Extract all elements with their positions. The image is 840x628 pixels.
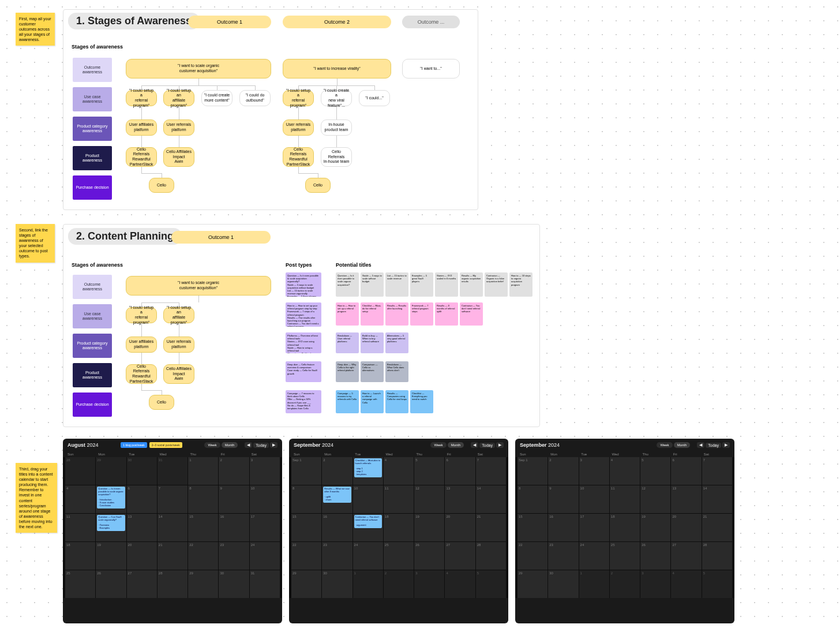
calendar-cell[interactable]: 10 [353, 485, 383, 513]
post-type-r2[interactable]: How to — How to set up your referral pro… [286, 302, 321, 327]
view-month[interactable]: Month [222, 442, 238, 448]
s2-uc-1[interactable]: "I could setup anaffiliate program" [163, 307, 194, 323]
calendar-cell[interactable]: 14 [702, 485, 732, 513]
calendar-cell[interactable]: 18 [65, 542, 95, 570]
title-card[interactable]: Comparison — Cello vs alternatives [361, 361, 384, 382]
calendar-cell[interactable]: 13 [671, 485, 701, 513]
calendar-cell[interactable]: 16 [548, 514, 578, 541]
title-card[interactable]: Contrarian — You don't need referral sof… [460, 302, 483, 326]
title-card[interactable]: Checklist — Must-do for referral setup [361, 302, 384, 326]
calendar-cell[interactable]: 3Checklist — Must-dos to launch referral… [353, 457, 383, 485]
calendar-august[interactable]: August 20241 blog post/week2–3 social po… [63, 439, 282, 623]
calendar-cell[interactable]: 1 [353, 570, 383, 598]
calendar-cell[interactable]: 19 [414, 514, 444, 541]
calendar-cell[interactable]: 14 [158, 514, 187, 541]
calendar-cell[interactable]: 1 [188, 457, 218, 485]
s1-c1-cat-1[interactable]: User referralsplatform [163, 119, 194, 136]
title-card[interactable]: Deep dive — Why Cello is the right refer… [336, 361, 359, 382]
calendar-cell[interactable]: 5 [640, 457, 670, 485]
title-card[interactable]: How to — Launch a referral campaign with… [361, 390, 384, 413]
calendar-cell[interactable]: 8 [291, 485, 321, 513]
outcome-pill-2[interactable]: Outcome 2 [283, 16, 391, 28]
s1-c1-cat-0[interactable]: User affiliatesplatform [126, 119, 157, 136]
prev-button[interactable]: ◀ [471, 442, 478, 448]
calendar-cell[interactable]: 6 [127, 485, 157, 513]
calendar-cell[interactable]: 28 [158, 570, 187, 598]
next-button[interactable]: ▶ [722, 442, 730, 448]
calendar-cell[interactable]: 12 [414, 485, 444, 513]
prev-button[interactable]: ◀ [697, 442, 704, 448]
title-card[interactable]: List — 15 tactics to scale revenue [385, 272, 408, 297]
calendar-cell[interactable]: 10 [250, 485, 280, 513]
calendar-cell[interactable]: 8 [518, 485, 548, 513]
calendar-cell[interactable]: 26 [640, 542, 670, 570]
view-week[interactable]: Week [657, 442, 672, 448]
s1-c1-uc-1[interactable]: "I could setup anaffiliate program" [163, 90, 194, 106]
s2-cat-1[interactable]: User referralsplatform [163, 337, 194, 353]
calendar-cell[interactable]: 7 [702, 457, 732, 485]
title-card[interactable]: Stories — XYZ scaled in 6 months [435, 272, 458, 297]
calendar-cell[interactable]: 30 [219, 570, 249, 598]
calendar-cell[interactable]: 2 [610, 570, 640, 598]
calendar-cell[interactable]: 4 [610, 457, 640, 485]
calendar-cell[interactable]: 7 [476, 457, 506, 485]
s1-c1-prod-0[interactable]: Cello ReferralsRewardfulPartnerStack [126, 147, 157, 167]
section2-outcome-pill[interactable]: Outcome 1 [171, 231, 271, 244]
calendar-cell[interactable]: 24 [579, 542, 609, 570]
s1-c2-prod-1[interactable]: Cello ReferralsIn-house team [321, 147, 352, 167]
calendar-cell[interactable]: 30 [322, 570, 352, 598]
sticky-note-1[interactable]: First, map all your customer outcomes ac… [16, 13, 55, 46]
calendar-cell[interactable]: 27 [671, 542, 701, 570]
s1-c2-root[interactable]: "I want to increase virality" [283, 59, 391, 78]
calendar-cell[interactable]: 3 [640, 570, 670, 598]
calendar-cell[interactable]: 28 [65, 457, 95, 485]
calendar-cell[interactable]: Sep 1 [518, 457, 548, 485]
outcome-pill-more[interactable]: Outcome ... [402, 16, 460, 28]
calendar-cell[interactable]: Sep 1 [291, 457, 321, 485]
calendar-cell[interactable]: 13 [127, 514, 157, 541]
calendar-cell[interactable]: 24 [250, 542, 280, 570]
next-button[interactable]: ▶ [270, 442, 278, 448]
title-card[interactable]: How to — How to set up a referral progra… [336, 302, 359, 326]
calendar-cell[interactable]: 22 [188, 542, 218, 570]
today-button[interactable]: Today [253, 443, 269, 448]
calendar-cell[interactable]: 11 [610, 485, 640, 513]
calendar-september-2[interactable]: September 2024WeekMonth◀Today▶SunMonTueW… [515, 439, 734, 623]
calendar-cell[interactable]: 17 [579, 514, 609, 541]
calendar-cell[interactable]: 31 [158, 457, 187, 485]
calendar-cell[interactable]: 4 [445, 570, 475, 598]
title-card[interactable]: Contrarian — Organic is a false acquisit… [485, 272, 508, 297]
s1-c2-cat-0[interactable]: User referralsplatform [283, 119, 314, 136]
s2-cat-0[interactable]: User affiliatesplatform [126, 337, 157, 353]
calendar-cell[interactable]: 26 [414, 542, 444, 570]
sticky-note-2[interactable]: Second, link the stages of awareness of … [16, 224, 55, 263]
s1-c1-uc-3[interactable]: "I could dooutbound" [239, 90, 271, 106]
calendar-cell[interactable]: 5 [476, 570, 506, 598]
prev-button[interactable]: ◀ [245, 442, 252, 448]
calendar-cell[interactable]: 23 [322, 542, 352, 570]
calendar-cell[interactable]: 12Question — Can SaaS scale organically?… [96, 514, 126, 541]
sticky-note-3[interactable]: Third, drag your titles into a content c… [16, 463, 57, 533]
s2-buy[interactable]: Cello [149, 395, 174, 410]
title-card[interactable]: Breakdown — What Cello does others don't [385, 361, 408, 382]
calendar-cell[interactable]: 20 [671, 514, 701, 541]
title-card[interactable]: Checklist — Everything you need to switc… [410, 390, 433, 413]
calendar-event[interactable]: Contrarian — You don't need referral sof… [354, 515, 382, 528]
calendar-september[interactable]: September 2024WeekMonth◀Today▶SunMonTueW… [289, 439, 508, 623]
calendar-cell[interactable]: 21 [702, 514, 732, 541]
calendar-cell[interactable]: 3 [250, 457, 280, 485]
s2-prod-1[interactable]: Cello AffiliatesImpactAwin [163, 364, 194, 384]
s1-c2-prod-0[interactable]: Cello ReferralsRewardfulPartnerStack [283, 147, 314, 167]
s1-c2-buy[interactable]: Cello [305, 178, 331, 193]
calendar-cell[interactable]: 2 [219, 457, 249, 485]
calendar-cell[interactable]: 29 [96, 457, 126, 485]
today-button[interactable]: Today [706, 443, 721, 448]
s2-root[interactable]: "I want to scale organiccustomer acquisi… [126, 276, 271, 296]
calendar-cell[interactable]: 2 [384, 570, 414, 598]
calendar-cell[interactable]: 31 [250, 570, 280, 598]
view-month[interactable]: Month [448, 442, 464, 448]
calendar-cell[interactable]: 25 [65, 570, 95, 598]
s1-c2-cat-1[interactable]: In-houseproduct team [321, 119, 352, 136]
title-card[interactable]: Framework — 7 referral program steps [410, 302, 433, 326]
title-card[interactable]: Examples — 5 great SaaS players [410, 272, 433, 297]
